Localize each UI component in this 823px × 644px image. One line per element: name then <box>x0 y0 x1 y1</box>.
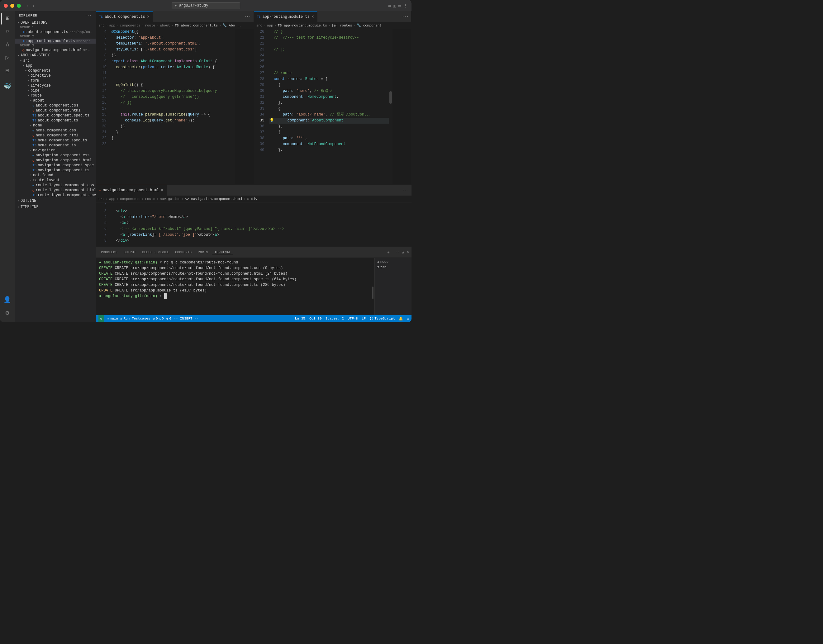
activity-extensions[interactable]: ⊟ <box>1 65 14 77</box>
tab-comments[interactable]: COMMENTS <box>173 250 194 255</box>
status-position[interactable]: Ln 35, Col 30 <box>295 317 322 320</box>
timeline-section[interactable]: › TIMELINE <box>15 204 96 210</box>
group1-label: GROUP 1 <box>15 26 96 29</box>
tab-problems[interactable]: PROBLEMS <box>98 250 120 255</box>
rl-spec[interactable]: TS route-layout.component.spe... <box>15 193 96 198</box>
home-spec[interactable]: TS home.component.spec.ts <box>15 138 96 143</box>
activity-settings[interactable]: ⚙ <box>1 307 14 319</box>
app-folder[interactable]: ▾ app <box>15 63 96 68</box>
nav-ts[interactable]: TS navigation.component.ts <box>15 168 96 173</box>
tab-about-close[interactable]: × <box>147 15 149 19</box>
group1-file[interactable]: TS about.component.ts src/app/co... <box>15 29 96 35</box>
nav-back-button[interactable]: ‹ <box>26 3 30 9</box>
home-ts[interactable]: TS home.component.ts <box>15 143 96 148</box>
activity-accounts[interactable]: 👤 <box>1 294 14 307</box>
group2-file[interactable]: TS app-routing.module.ts src/app <box>15 38 96 44</box>
terminal-chevron-up[interactable]: ∧ <box>402 250 404 255</box>
terminal-content[interactable]: ● angular-study git:(main) ✗ ng g c comp… <box>96 258 372 315</box>
src-folder[interactable]: ▾ src <box>15 58 96 63</box>
home-html[interactable]: ◇ home.component.html <box>15 133 96 138</box>
close-button[interactable] <box>4 4 8 8</box>
home-css[interactable]: # home.component.css <box>15 128 96 133</box>
tab-more-2[interactable]: ··· <box>399 15 411 19</box>
lifecycle-folder[interactable]: › lifecycle <box>15 83 96 88</box>
nav-html[interactable]: ◇ navigation.component.html <box>15 158 96 163</box>
status-language[interactable]: {} TypeScript <box>370 317 395 320</box>
status-line-ending[interactable]: LF <box>362 317 366 320</box>
pipe-folder[interactable]: › pipe <box>15 88 96 93</box>
tab-about[interactable]: TS about.component.ts × <box>96 11 153 22</box>
activity-docker[interactable]: 🐳 <box>1 80 14 93</box>
status-spaces[interactable]: Spaces: 2 <box>326 317 344 320</box>
activity-debug[interactable]: ▷ <box>1 52 14 64</box>
about-ts[interactable]: TS about.component.ts <box>15 118 96 123</box>
terminal-more[interactable]: ··· <box>393 250 400 255</box>
open-editors-section[interactable]: ▾ OPEN EDITORS <box>15 20 96 26</box>
tab-routing[interactable]: TS app-routing.module.ts × <box>254 11 318 22</box>
code-lines-1[interactable]: @Component({ selector: 'app-about', temp… <box>109 29 235 184</box>
terminal-add[interactable]: ＋ <box>387 250 390 255</box>
about-css[interactable]: # about.component.css <box>15 103 96 108</box>
status-ext[interactable]: ⊗ <box>98 315 104 322</box>
group3-file[interactable]: ◇ navigation.component.html sr... <box>15 48 96 53</box>
layout-icon[interactable]: ◫ <box>393 3 396 8</box>
tab-terminal[interactable]: TERMINAL <box>212 250 233 255</box>
home-folder[interactable]: ▾ home <box>15 123 96 128</box>
tab-debug-console[interactable]: DEBUG CONSOLE <box>140 250 171 255</box>
status-branch[interactable]: ⑃ main <box>107 317 118 320</box>
not-found-folder[interactable]: › not-found <box>15 173 96 178</box>
about-folder[interactable]: ▾ about <box>15 98 96 103</box>
minimize-button[interactable] <box>10 4 14 8</box>
tab-more-3[interactable]: ··· <box>400 188 412 192</box>
split-icon[interactable]: ⋮ <box>404 3 408 8</box>
status-layout[interactable]: ⊞ <box>407 317 409 321</box>
code-lines-3[interactable]: <div> <a routerLink="/home">home</a> <br… <box>109 202 412 247</box>
bc-file-1: TS about.component.ts <box>175 24 218 28</box>
status-encoding[interactable]: UTF-8 <box>348 317 358 320</box>
rl-css[interactable]: # route-layout.component.css <box>15 183 96 188</box>
outline-section[interactable]: › OUTLINE <box>15 198 96 204</box>
activity-source-control[interactable]: ⑃ <box>1 38 14 51</box>
activity-explorer[interactable]: ⊞ <box>1 12 14 25</box>
status-notifications[interactable]: 🔔 <box>399 317 403 321</box>
status-run-test[interactable]: ▷ Run Testcases <box>121 317 150 321</box>
project-section[interactable]: ▾ ANGULAR-STUDY <box>15 53 96 58</box>
bc-src-2: src <box>256 24 263 28</box>
about-html-label: about.component.html <box>36 108 81 113</box>
tab-ports[interactable]: PORTS <box>195 250 210 255</box>
form-folder[interactable]: › form <box>15 78 96 83</box>
editor-scrollbar-2[interactable] <box>389 29 393 184</box>
shell-zsh[interactable]: ⊞ zsh <box>376 264 410 270</box>
status-errors[interactable]: ⊗ 0 ⚠ 0 <box>153 317 164 321</box>
sidebar-actions[interactable]: ··· <box>85 14 92 17</box>
ts-icon-4: TS <box>32 144 37 147</box>
tab-navigation[interactable]: ◇ navigation.component.html × <box>96 185 167 196</box>
tab-more-1[interactable]: ··· <box>242 15 253 19</box>
terminal-close[interactable]: × <box>407 250 409 255</box>
titlebar-search[interactable]: ⌕ angular-study <box>172 2 240 9</box>
status-info[interactable]: ⊕ 0 <box>166 317 171 321</box>
code-lines-2[interactable]: // } // //--- test for lifecycle-destroy… <box>267 29 389 184</box>
nav-spec[interactable]: TS navigation.component.spec.ts <box>15 163 96 168</box>
scrollbar-thumb-2 <box>389 91 392 104</box>
terminal-scrollbar[interactable] <box>372 258 374 315</box>
tab-output[interactable]: OUTPUT <box>121 250 139 255</box>
nav-forward-button[interactable]: › <box>32 3 36 9</box>
about-html[interactable]: ◇ about.component.html <box>15 108 96 113</box>
nav-css[interactable]: # navigation.component.css <box>15 153 96 158</box>
remote-icon[interactable]: ⊞ <box>388 3 391 8</box>
rl-html[interactable]: ◇ route-layout.component.html <box>15 188 96 193</box>
panel-icon[interactable]: ▭ <box>398 3 401 8</box>
navigation-folder[interactable]: ▾ navigation <box>15 148 96 153</box>
about-spec[interactable]: TS about.component.spec.ts <box>15 113 96 118</box>
components-folder[interactable]: ▾ components <box>15 68 96 73</box>
tab-routing-close[interactable]: × <box>312 15 314 19</box>
maximize-button[interactable] <box>17 4 21 8</box>
shell-node[interactable]: ⊞ node <box>376 259 410 264</box>
directive-folder[interactable]: › directive <box>15 73 96 78</box>
tab-navigation-close[interactable]: × <box>161 188 163 192</box>
activity-search[interactable]: ⌕ <box>1 26 14 38</box>
terminal-body: ● angular-study git:(main) ✗ ng g c comp… <box>96 258 412 315</box>
route-folder[interactable]: ▾ route <box>15 93 96 98</box>
route-layout-folder[interactable]: ▾ route-layout <box>15 178 96 183</box>
